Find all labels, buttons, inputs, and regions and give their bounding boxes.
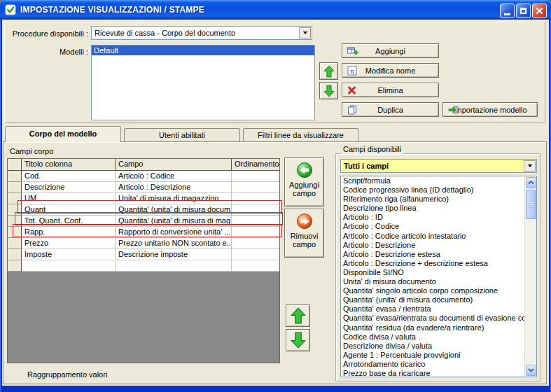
cell-campo[interactable] <box>116 260 232 272</box>
list-item[interactable]: Arrotondamento ricarico <box>342 360 524 369</box>
modifica-nome-button[interactable]: n Modifica nome <box>342 63 439 78</box>
cell-campo[interactable]: Rapporto di conversione unita' ... <box>116 227 232 238</box>
list-item[interactable]: Unita' di misura documento <box>342 277 524 286</box>
cell-campo[interactable]: Prezzo unitario NON scontato e... <box>116 238 232 249</box>
cell-ordinamento[interactable] <box>232 182 279 193</box>
list-item[interactable]: Quantita' evasa/rientrata su documenti d… <box>342 314 524 323</box>
tab-utenti-abilitati[interactable]: Utenti abilitati <box>124 128 240 141</box>
row-selector[interactable] <box>8 260 22 272</box>
close-button[interactable] <box>532 4 547 18</box>
list-item[interactable]: Codice divisa / valuta <box>342 332 524 342</box>
list-item[interactable]: Articolo : Descrizione <box>342 241 524 250</box>
list-item[interactable]: Disponibile SI/NO <box>342 268 524 277</box>
campi-corpo-grid[interactable]: Titolo colonna Campo Ordinamento Cod. Ar… <box>7 158 280 363</box>
table-row[interactable]: Quant Quantita' (unita' di misura docum <box>8 204 279 216</box>
cell-titolo[interactable]: Descrizione <box>22 182 116 193</box>
move-field-down-button[interactable] <box>286 329 310 351</box>
cell-campo[interactable]: Unita' di misura di magazzino <box>116 193 232 204</box>
list-item[interactable]: Articolo : Descrizione + descrizione est… <box>342 259 524 268</box>
cell-titolo[interactable]: Cod. <box>22 171 116 182</box>
cell-titolo[interactable]: UM <box>22 193 116 204</box>
cell-campo[interactable]: Quantita' (unita' di misura docum <box>116 204 232 216</box>
cell-titolo[interactable]: Imposte <box>22 249 116 260</box>
cell-titolo[interactable]: Tot. Quant. Conf. <box>22 216 116 227</box>
campi-disponibili-list[interactable]: Script/formula Codice progressivo linea … <box>340 176 537 377</box>
campi-filter-combobox[interactable]: Tutti i campi <box>340 159 537 173</box>
tab-filtri-linee[interactable]: Filtri linee da visualizzare <box>243 128 358 141</box>
cell-campo[interactable]: Descrizione imposte <box>116 249 232 260</box>
cell-titolo[interactable]: Rapp. <box>22 227 116 238</box>
list-item[interactable]: Codice progressivo linea (ID dettaglio) <box>342 186 524 195</box>
list-item[interactable]: Articolo : Descrizione estesa <box>342 250 524 259</box>
importazione-modello-button[interactable]: Importazione modello <box>442 102 538 117</box>
list-item[interactable]: Articolo : Codice articolo intestatario <box>342 232 524 241</box>
list-item[interactable]: Quantita' singolo articolo corpo composi… <box>342 286 524 295</box>
list-item[interactable]: Agente 1 : Percentuale provvigioni <box>342 351 524 360</box>
table-row[interactable]: Prezzo Prezzo unitario NON scontato e... <box>8 238 279 249</box>
minimize-button[interactable] <box>500 4 515 18</box>
row-selector[interactable] <box>8 216 22 227</box>
scroll-up-button[interactable] <box>526 177 536 188</box>
list-item[interactable]: Riferimento riga (alfanumerico) <box>342 195 524 204</box>
table-row[interactable]: Rapp. Rapporto di conversione unita' ... <box>8 227 279 238</box>
tab-corpo-del-modello[interactable]: Corpo del modello <box>5 126 121 142</box>
cell-ordinamento[interactable] <box>232 227 279 238</box>
row-selector[interactable] <box>8 204 22 216</box>
row-selector[interactable] <box>8 238 22 249</box>
header-ordinamento[interactable]: Ordinamento <box>232 159 279 171</box>
row-selector[interactable] <box>8 227 22 238</box>
header-campo[interactable]: Campo <box>116 159 232 171</box>
aggiungi-campo-button[interactable]: Aggiungi campo <box>284 158 324 206</box>
table-row[interactable]: Tot. Quant. Conf. Quantita' (unita' di m… <box>8 216 279 227</box>
elimina-button[interactable]: Elimina <box>342 83 439 97</box>
duplica-button[interactable]: Duplica <box>342 102 439 117</box>
title-bar[interactable]: IMPOSTAZIONE VISUALIZZAZIONI / STAMPE <box>0 0 551 20</box>
campi-filter-dropdown-button[interactable] <box>524 160 536 172</box>
table-row[interactable] <box>8 260 279 272</box>
table-row[interactable]: Cod. Articolo : Codice <box>8 171 279 182</box>
row-selector[interactable] <box>8 193 22 204</box>
cell-ordinamento[interactable] <box>232 204 279 216</box>
aggiungi-button[interactable]: Aggiungi <box>342 43 439 58</box>
cell-titolo[interactable]: Quant <box>22 204 116 216</box>
cell-campo[interactable]: Articolo : Descrizione <box>116 182 232 193</box>
row-selector[interactable] <box>8 249 22 260</box>
cell-titolo[interactable]: Prezzo <box>22 238 116 249</box>
modelli-listbox[interactable]: Default <box>91 45 315 120</box>
list-item[interactable]: Quantita' (unita' di misura documento) <box>342 295 524 304</box>
list-item[interactable]: Quantita' evasa / rientrata <box>342 304 524 314</box>
table-row[interactable]: Descrizione Articolo : Descrizione <box>8 182 279 193</box>
cell-campo[interactable]: Quantita' (unita' di misura di mag... <box>116 216 232 227</box>
move-field-up-button[interactable] <box>286 304 310 327</box>
table-row[interactable]: Imposte Descrizione imposte <box>8 249 279 260</box>
header-titolo-colonna[interactable]: Titolo colonna <box>22 159 116 171</box>
table-row[interactable]: UM Unita' di misura di magazzino <box>8 193 279 204</box>
cell-ordinamento[interactable] <box>232 238 279 249</box>
procedure-dropdown-button[interactable] <box>299 27 311 38</box>
procedure-combobox[interactable]: Ricevute di cassa - Corpo del documento <box>91 26 312 40</box>
list-item[interactable]: Descrizione divisa / valuta <box>342 342 524 351</box>
cell-ordinamento[interactable] <box>232 216 279 227</box>
cell-ordinamento[interactable] <box>232 193 279 204</box>
scroll-down-button[interactable] <box>526 365 536 376</box>
list-item[interactable]: Quantita' residua (da evadere/a rientrar… <box>342 323 524 332</box>
row-selector[interactable] <box>8 171 22 182</box>
modelli-selected-item[interactable]: Default <box>92 46 314 55</box>
move-model-up-button[interactable] <box>319 62 338 80</box>
scroll-thumb[interactable] <box>526 190 536 219</box>
rimuovi-campo-button[interactable]: Rimuovi campo <box>284 209 324 258</box>
maximize-button[interactable] <box>516 4 531 18</box>
list-item[interactable]: Descrizione tipo linea <box>342 204 524 213</box>
cell-ordinamento[interactable] <box>232 249 279 260</box>
list-item[interactable]: Articolo : ID <box>342 213 524 222</box>
row-selector[interactable] <box>8 182 22 193</box>
list-item[interactable]: Articolo : Codice <box>342 222 524 231</box>
list-item[interactable]: Prezzo base da ricaricare <box>342 369 524 377</box>
cell-titolo[interactable] <box>22 260 116 272</box>
cell-campo[interactable]: Articolo : Codice <box>116 171 232 182</box>
list-scrollbar[interactable] <box>524 176 536 377</box>
cell-ordinamento[interactable] <box>232 171 279 182</box>
list-item[interactable]: Script/formula <box>342 176 524 186</box>
cell-ordinamento[interactable] <box>232 260 279 272</box>
move-model-down-button[interactable] <box>319 82 338 99</box>
